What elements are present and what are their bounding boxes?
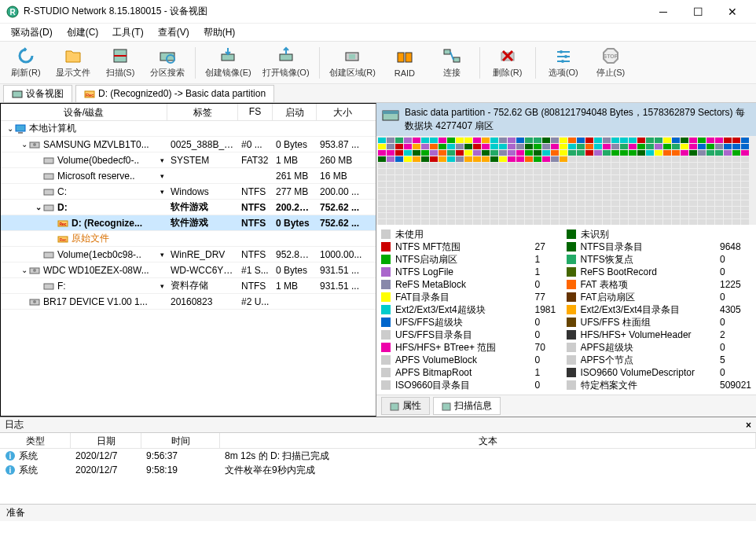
- log-col-date[interactable]: 日期: [71, 433, 141, 448]
- svg-rect-13: [453, 57, 460, 62]
- connect-button[interactable]: 连接: [431, 45, 473, 80]
- legend-item: ISO9660 VolumeDescriptor0: [567, 366, 752, 379]
- info-panel-tabs: 属性扫描信息: [376, 395, 756, 417]
- menu-item[interactable]: 查看(V): [152, 24, 196, 41]
- log-col-text[interactable]: 文本: [220, 433, 756, 448]
- svg-point-21: [564, 55, 567, 58]
- tree-row[interactable]: Volume(0bedecf0-..▾SYSTEMFAT321 MB260 MB: [1, 152, 376, 168]
- legend-item: FAT 表格项1225: [567, 278, 752, 291]
- legend-item: UFS/FFS目录条目0: [381, 329, 567, 341]
- tree-row[interactable]: F:▾资料存储NTFS1 MB931.51 ...: [1, 278, 376, 294]
- options-button[interactable]: 选项(O): [542, 45, 585, 80]
- svg-rect-48: [383, 111, 398, 114]
- partition-search-button[interactable]: 分区搜索: [146, 45, 189, 80]
- tree-row[interactable]: Volume(1ecb0c98-..▾WinRE_DRVNTFS952.89 .…: [1, 247, 376, 262]
- tree-row[interactable]: Rec原始文件: [1, 231, 376, 247]
- tab-row: 设备视图RecD: (Recognized0) -> Basic data pa…: [0, 84, 756, 103]
- col-fs[interactable]: FS: [238, 104, 273, 120]
- tree-row[interactable]: Microsoft reserve..▾261 MB16 MB: [1, 168, 376, 184]
- legend-item: HFS/HFS+ VolumeHeader2: [567, 329, 752, 341]
- log-row[interactable]: i系统2020/12/79:58:19文件枚举在9秒内完成: [0, 463, 756, 477]
- svg-text:Rec: Rec: [86, 93, 94, 97]
- col-label[interactable]: 标签: [167, 104, 238, 120]
- svg-rect-11: [406, 53, 412, 62]
- legend-item: NTFS LogFile1: [381, 266, 567, 278]
- log-col-time[interactable]: 时间: [141, 433, 220, 448]
- refresh-button[interactable]: 刷新(R): [5, 45, 47, 80]
- svg-rect-29: [16, 125, 25, 131]
- log-close-button[interactable]: ×: [746, 420, 751, 431]
- stop-button[interactable]: STOP停止(S): [589, 45, 632, 80]
- window-title: R-STUDIO Network 8.15.180015 - 设备视图: [24, 5, 646, 18]
- legend-item: UFS/FFS超级块0: [381, 316, 567, 329]
- svg-line-14: [450, 52, 453, 60]
- titlebar: R R-STUDIO Network 8.15.180015 - 设备视图 ─ …: [0, 0, 756, 24]
- tree-row[interactable]: ⌄D:软件游戏NTFS200.27 ...752.62 ...: [1, 200, 376, 215]
- show-files-button[interactable]: 显示文件: [52, 45, 94, 80]
- close-button[interactable]: ✕: [715, 1, 750, 23]
- status-text: 准备: [6, 506, 25, 519]
- maximize-button[interactable]: ☐: [681, 1, 715, 23]
- tree-row[interactable]: ⌄本地计算机: [1, 121, 376, 137]
- raid-button[interactable]: RAID: [384, 46, 426, 79]
- svg-rect-30: [18, 132, 23, 134]
- delete-button[interactable]: 删除(R): [486, 45, 529, 80]
- legend-item: Ext2/Ext3/Ext4目录条目4305: [567, 303, 752, 316]
- svg-rect-12: [444, 50, 450, 54]
- legend-item: APFS BitmapRoot1: [381, 366, 567, 379]
- svg-rect-34: [44, 174, 53, 179]
- tree-row[interactable]: ⌄WDC WD10EZEX-08W...WD-WCC6Y6...#1 S...0…: [1, 262, 376, 278]
- legend-item: APFS VolumeBlock0: [381, 354, 567, 366]
- svg-rect-41: [44, 252, 53, 258]
- col-size[interactable]: 大小: [317, 104, 369, 120]
- legend-item: HFS/HFS+ BTree+ 范围70: [381, 341, 567, 354]
- toolbar: 刷新(R)显示文件扫描(S)分区搜索创建镜像(E)打开镜像(O)创建区域(R)R…: [0, 41, 756, 84]
- legend-item: UFS/FFS 柱面组0: [567, 316, 752, 329]
- legend-item: 未识别: [567, 228, 752, 240]
- legend-item: FAT目录条目77: [381, 291, 567, 303]
- info-tab[interactable]: 扫描信息: [433, 397, 501, 415]
- legend-item: Ext2/Ext3/Ext4超级块1981: [381, 303, 567, 316]
- tree-row[interactable]: C:▾WindowsNTFS277 MB200.00 ...: [1, 184, 376, 200]
- info-tab[interactable]: 属性: [381, 397, 430, 415]
- col-device[interactable]: 设备/磁盘: [1, 104, 167, 120]
- create-region-button[interactable]: 创建区域(R): [326, 45, 379, 80]
- svg-text:STOP: STOP: [603, 53, 618, 59]
- legend-item: NTFS恢复点0: [567, 253, 752, 266]
- scan-map[interactable]: [376, 136, 756, 225]
- scan-info-panel: Basic data partition - 752.62 GB (808121…: [376, 103, 756, 417]
- view-tab[interactable]: RecD: (Recognized0) -> Basic data partit…: [75, 85, 274, 102]
- open-image-button[interactable]: 打开镜像(O): [259, 45, 313, 80]
- tree-row[interactable]: BR17 DEVICE V1.00 1...20160823#2 U...: [1, 294, 376, 310]
- scan-button[interactable]: 扫描(S): [99, 45, 141, 80]
- log-row[interactable]: i系统2020/12/79:56:378m 12s 的 D: 扫描已完成: [0, 449, 756, 463]
- svg-point-43: [33, 269, 36, 272]
- menu-item[interactable]: 驱动器(D): [5, 24, 59, 41]
- view-tab[interactable]: 设备视图: [3, 85, 72, 102]
- menu-item[interactable]: 创建(C): [61, 24, 105, 41]
- partition-info-header: Basic data partition - 752.62 GB (808121…: [376, 103, 756, 136]
- create-image-button[interactable]: 创建镜像(E): [202, 45, 255, 80]
- svg-rect-49: [391, 403, 398, 410]
- legend-item: NTFS启动扇区1: [381, 253, 567, 266]
- menubar: 驱动器(D)创建(C)工具(T)查看(V)帮助(H): [0, 24, 756, 41]
- svg-rect-33: [44, 158, 53, 163]
- menu-item[interactable]: 帮助(H): [197, 24, 242, 41]
- minimize-button[interactable]: ─: [646, 1, 681, 23]
- col-start[interactable]: 启动: [273, 104, 317, 120]
- svg-text:i: i: [9, 452, 12, 461]
- tree-header: 设备/磁盘 标签 FS 启动 大小: [1, 104, 376, 121]
- tree-row[interactable]: RecD: (Recognize...软件游戏NTFS0 Bytes752.62…: [1, 215, 376, 231]
- svg-point-32: [33, 143, 36, 146]
- svg-text:R: R: [9, 8, 16, 17]
- legend-item: APFS超级块0: [567, 341, 752, 354]
- legend-item: ISO9660目录条目0: [381, 379, 567, 391]
- svg-rect-50: [442, 403, 450, 410]
- legend-item: ReFS MetaBlock0: [381, 278, 567, 291]
- tree-row[interactable]: ⌄SAMSUNG MZVLB1T0...0025_388B_9...#0 ...…: [1, 137, 376, 152]
- menu-item[interactable]: 工具(T): [106, 24, 149, 41]
- log-panel: 日志 × 类型 日期 时间 文本 i系统2020/12/79:56:378m 1…: [0, 417, 756, 504]
- log-title: 日志: [5, 418, 24, 431]
- scan-legend: 未使用未识别NTFS MFT范围27NTFS目录条目9648NTFS启动扇区1N…: [376, 225, 756, 395]
- log-col-type[interactable]: 类型: [0, 433, 71, 448]
